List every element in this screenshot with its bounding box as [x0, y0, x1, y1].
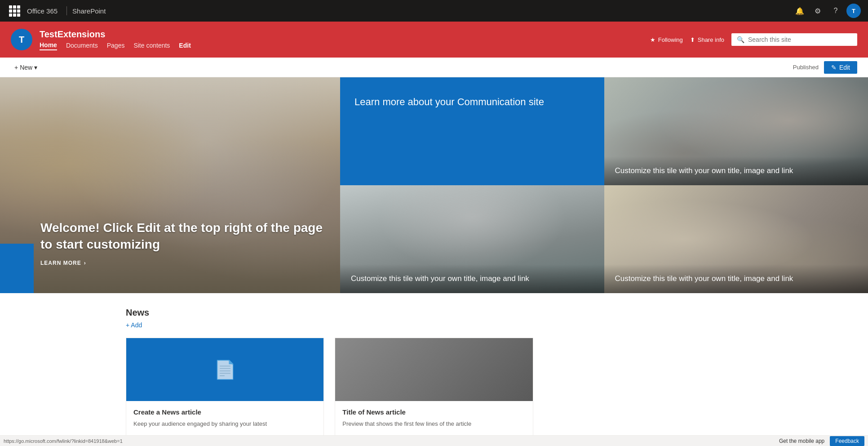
status-url: https://go.microsoft.com/fwlink/?linkid=… — [4, 438, 123, 444]
waffle-icon — [9, 5, 20, 17]
hero-section: Welcome! Click Edit at the top right of … — [0, 77, 868, 293]
nav-edit[interactable]: Edit — [179, 42, 190, 50]
hero-tile-3[interactable]: Customize this tile with your own title,… — [340, 185, 604, 293]
hero-tile-4-text: Customize this tile with your own title,… — [615, 274, 793, 283]
learn-more-link[interactable]: LEARN MORE › — [40, 260, 331, 266]
follow-label: Following — [658, 36, 683, 43]
hero-text-block: Welcome! Click Edit at the top right of … — [40, 220, 331, 266]
gear-icon[interactable]: ⚙ — [810, 4, 825, 18]
news-card-1-desc: Keep your audience engaged by sharing yo… — [133, 419, 316, 428]
learn-more-label: LEARN MORE — [40, 260, 81, 266]
news-card-1[interactable]: 📄 Create a News article Keep your audien… — [126, 338, 324, 436]
star-icon: ★ — [650, 36, 655, 43]
hero-tile-1[interactable]: Learn more about your Communication site — [340, 77, 604, 185]
hero-tile-2-text: Customize this tile with your own title,… — [615, 166, 793, 175]
news-section: News + Add 📄 Create a News article Keep … — [0, 293, 868, 446]
news-card-2[interactable]: Title of News article Preview that shows… — [335, 338, 533, 436]
status-bar: https://go.microsoft.com/fwlink/?linkid=… — [0, 435, 868, 446]
published-status: Published — [793, 64, 819, 71]
share-icon: ⬆ — [690, 36, 695, 43]
app-name[interactable]: Office 365 — [27, 7, 58, 15]
news-card-1-body: Create a News article Keep your audience… — [126, 401, 323, 436]
search-box: 🔍 — [731, 33, 857, 46]
news-grid: 📄 Create a News article Keep your audien… — [126, 338, 742, 436]
nav-pages[interactable]: Pages — [107, 42, 125, 50]
top-bar-right: 🔔 ⚙ ? T — [793, 4, 861, 18]
command-bar: + New ▾ Published ✎ Edit — [0, 58, 868, 77]
site-header: T TestExtensions Home Documents Pages Si… — [0, 22, 868, 58]
hero-tile-4-overlay: Customize this tile with your own title,… — [604, 264, 868, 293]
share-label: Share info — [698, 36, 724, 43]
nav-documents[interactable]: Documents — [66, 42, 98, 50]
top-divider — [66, 6, 67, 15]
nav-site-contents[interactable]: Site contents — [133, 42, 170, 50]
site-title-nav: TestExtensions Home Documents Pages Site… — [40, 29, 191, 50]
edit-label: Edit — [839, 64, 850, 71]
hero-tile-3-overlay: Customize this tile with your own title,… — [340, 264, 604, 293]
edit-button[interactable]: ✎ Edit — [824, 61, 857, 74]
add-news-button[interactable]: + Add — [126, 321, 742, 329]
avatar[interactable]: T — [846, 4, 861, 18]
feedback-button[interactable]: Feedback — [830, 436, 864, 446]
chevron-right-icon: › — [84, 260, 86, 266]
site-logo: T — [11, 29, 32, 50]
search-icon: 🔍 — [737, 36, 744, 43]
news-icon: 📄 — [214, 359, 236, 380]
news-card-2-image — [335, 338, 532, 401]
product-name[interactable]: SharePoint — [72, 7, 106, 15]
news-card-2-body: Title of News article Preview that shows… — [335, 401, 532, 436]
share-button[interactable]: ⬆ Share info — [690, 36, 724, 43]
hero-tile-3-text: Customize this tile with your own title,… — [351, 274, 529, 283]
search-input[interactable] — [748, 36, 852, 43]
news-heading: News — [126, 308, 742, 318]
hero-tile-2[interactable]: Customize this tile with your own title,… — [604, 77, 868, 185]
news-card-2-title: Title of News article — [342, 408, 525, 416]
bell-icon[interactable]: 🔔 — [793, 4, 807, 18]
site-navigation: Home Documents Pages Site contents Edit — [40, 41, 191, 50]
news-card-1-title: Create a News article — [133, 408, 316, 416]
news-card-1-image: 📄 — [126, 338, 323, 401]
site-title: TestExtensions — [40, 29, 191, 40]
mobile-app-link[interactable]: Get the mobile app — [779, 438, 824, 444]
hero-main-tile[interactable]: Welcome! Click Edit at the top right of … — [0, 77, 340, 293]
new-button[interactable]: + New ▾ — [11, 61, 41, 74]
command-bar-right: Published ✎ Edit — [793, 61, 857, 74]
new-label: New — [20, 64, 32, 71]
hero-tile-grid: Learn more about your Communication site… — [340, 77, 868, 293]
hero-blue-accent — [0, 244, 34, 293]
hero-tile-2-overlay: Customize this tile with your own title,… — [604, 156, 868, 185]
site-header-right: ★ Following ⬆ Share info 🔍 — [650, 33, 857, 46]
news-card-2-desc: Preview that shows the first few lines o… — [342, 419, 525, 428]
follow-button[interactable]: ★ Following — [650, 36, 683, 43]
hero-tile-4[interactable]: Customize this tile with your own title,… — [604, 185, 868, 293]
top-bar: Office 365 SharePoint 🔔 ⚙ ? T — [0, 0, 868, 22]
chevron-down-icon: ▾ — [34, 64, 37, 71]
hero-tile-1-text: Learn more about your Communication site — [354, 95, 544, 109]
plus-icon: + — [14, 64, 18, 71]
hero-title: Welcome! Click Edit at the top right of … — [40, 220, 331, 253]
help-icon[interactable]: ? — [828, 4, 843, 18]
nav-home[interactable]: Home — [40, 41, 57, 50]
waffle-button[interactable] — [7, 4, 22, 18]
edit-pencil-icon: ✎ — [831, 64, 837, 71]
